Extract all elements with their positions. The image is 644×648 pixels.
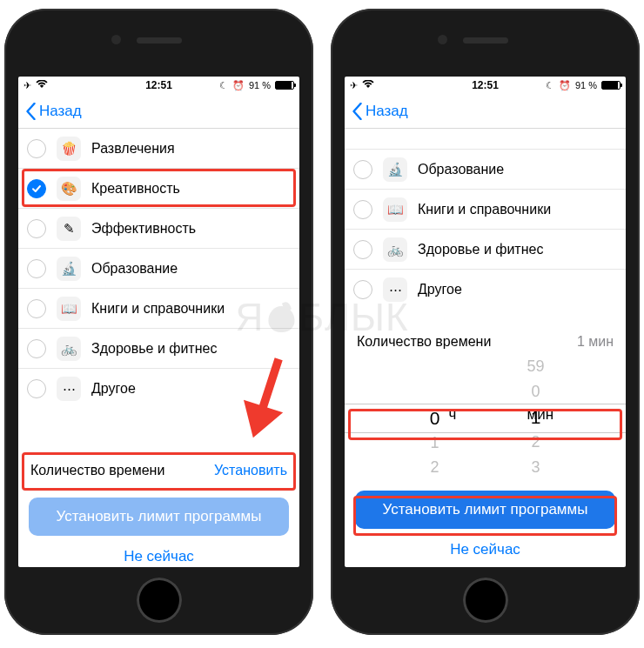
category-label: Образование [418, 162, 614, 177]
education-icon: 🔬 [57, 257, 81, 281]
picker-option: 1 [430, 431, 439, 455]
picker-minutes-unit: мин [527, 406, 554, 424]
time-amount-value: 1 мин [577, 334, 614, 350]
category-row[interactable]: ⋯ Другое [345, 270, 626, 310]
home-button[interactable] [463, 578, 508, 623]
category-label: Книги и справочники [418, 202, 614, 217]
health-icon: 🚲 [57, 337, 81, 361]
other-icon: ⋯ [383, 277, 407, 302]
back-button[interactable]: Назад [352, 103, 408, 120]
not-now-button[interactable]: Не сейчас [345, 534, 626, 560]
category-row[interactable]: ⋯ Другое [18, 369, 299, 409]
category-label: Другое [418, 282, 614, 297]
radio-checked[interactable] [27, 179, 46, 198]
radio-unchecked[interactable] [353, 160, 372, 179]
category-label: Эффективность [91, 221, 287, 237]
other-icon: ⋯ [57, 377, 81, 401]
productivity-icon: ✎ [57, 217, 81, 241]
category-row[interactable]: 📖 Книги и справочники [18, 289, 299, 329]
category-row[interactable]: 🎨 Креативность [18, 169, 299, 209]
status-bar: ✈︎ 12:51 ☾ ⏰ 91 % [18, 77, 299, 94]
health-icon: 🚲 [383, 237, 407, 262]
clock: 12:51 [345, 79, 626, 91]
screen-left: ✈︎ 12:51 ☾ ⏰ 91 % Назад [18, 77, 299, 567]
set-limit-button[interactable]: Установить лимит программы [29, 498, 289, 536]
not-now-label: Не сейчас [450, 541, 520, 558]
picker-option: 59 [527, 358, 544, 379]
time-amount-title: Количество времени [357, 334, 491, 350]
back-button[interactable]: Назад [25, 103, 82, 120]
category-row[interactable]: 🔬 Образование [18, 249, 299, 289]
category-label: Развлечения [91, 141, 287, 157]
picker-band [345, 404, 626, 433]
category-label: Другое [91, 381, 287, 397]
entertainment-icon: 🍿 [57, 137, 81, 161]
radio-unchecked[interactable] [27, 299, 46, 318]
category-list: 🍿 Развлечения 🎨 Креативность ✎ Эффективн… [18, 129, 299, 409]
chevron-left-icon [25, 103, 37, 120]
battery-icon [275, 81, 294, 90]
radio-unchecked[interactable] [353, 280, 372, 299]
category-label: Образование [91, 261, 287, 277]
battery-icon [601, 81, 621, 90]
category-label: Креативность [91, 181, 287, 197]
picker-option: 0 [531, 379, 540, 404]
clock: 12:51 [18, 79, 299, 91]
chevron-left-icon [352, 103, 363, 120]
not-now-button[interactable]: Не сейчас [18, 541, 299, 567]
radio-unchecked[interactable] [27, 379, 46, 398]
radio-unchecked[interactable] [27, 339, 46, 358]
set-limit-label: Установить лимит программы [57, 508, 262, 525]
radio-unchecked[interactable] [27, 139, 46, 158]
time-amount-section[interactable]: Количество времени Установить [18, 454, 299, 487]
nav-bar: Назад [345, 94, 626, 129]
status-bar: ✈︎ 12:51 ☾ ⏰ 91 % [345, 77, 626, 94]
category-label: Здоровье и фитнес [91, 341, 287, 357]
picker-option: 3 [531, 455, 540, 480]
category-row[interactable]: 📖 Книги и справочники [345, 190, 626, 230]
category-row-cut [345, 129, 626, 150]
books-icon: 📖 [383, 197, 407, 222]
category-row[interactable]: 🚲 Здоровье и фитнес [345, 230, 626, 270]
set-limit-label: Установить лимит программы [383, 501, 588, 518]
nav-bar: Назад [18, 94, 299, 129]
category-row[interactable]: ✎ Эффективность [18, 209, 299, 249]
phone-right: ✈︎ 12:51 ☾ ⏰ 91 % Назад [331, 9, 640, 635]
set-time-link[interactable]: Установить [214, 463, 287, 478]
radio-unchecked[interactable] [353, 200, 372, 219]
time-amount-section: Количество времени 1 мин [345, 325, 626, 358]
phone-left: ✈︎ 12:51 ☾ ⏰ 91 % Назад [4, 9, 313, 635]
category-row[interactable]: 🍿 Развлечения [18, 129, 299, 169]
category-label: Книги и справочники [91, 301, 287, 317]
time-amount-title: Количество времени [30, 463, 164, 478]
home-button[interactable] [137, 578, 182, 623]
picker-option: 2 [430, 456, 439, 480]
picker-hours-unit: ч [449, 406, 457, 424]
radio-unchecked[interactable] [353, 240, 372, 259]
radio-unchecked[interactable] [27, 259, 46, 278]
category-row[interactable]: 🚲 Здоровье и фитнес [18, 329, 299, 369]
back-label: Назад [366, 103, 408, 120]
picker-option: 2 [531, 430, 540, 455]
category-row[interactable]: 🔬 Образование [345, 150, 626, 190]
not-now-label: Не сейчас [124, 548, 194, 564]
books-icon: 📖 [57, 297, 81, 321]
category-list: 🔬 Образование 📖 Книги и справочники 🚲 Зд… [345, 129, 626, 310]
set-limit-button[interactable]: Установить лимит программы [355, 491, 615, 529]
check-icon [31, 184, 42, 194]
time-picker[interactable]: 0 1 2 59 0 1 2 3 ч мин [345, 358, 626, 480]
screen-right: ✈︎ 12:51 ☾ ⏰ 91 % Назад [345, 77, 626, 567]
category-label: Здоровье и фитнес [418, 242, 614, 257]
creativity-icon: 🎨 [57, 177, 81, 201]
radio-unchecked[interactable] [27, 219, 46, 238]
back-label: Назад [39, 103, 82, 120]
education-icon: 🔬 [383, 157, 407, 182]
